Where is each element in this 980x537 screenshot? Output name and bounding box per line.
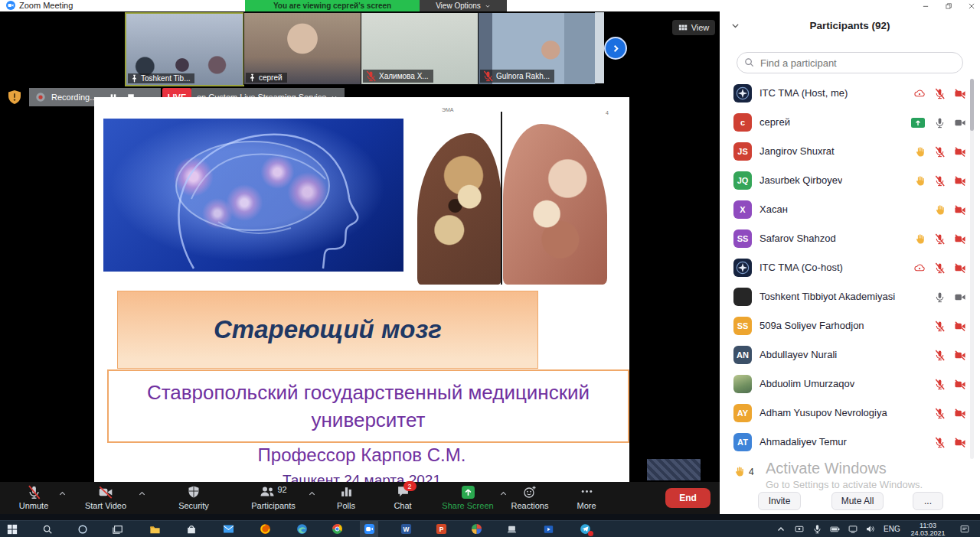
taskbar-word-icon[interactable]: W — [397, 521, 415, 537]
shield-warning-icon — [7, 90, 22, 105]
tray-battery-icon[interactable] — [825, 521, 844, 537]
participant-row[interactable]: ITC TMA (Host, me) — [720, 79, 980, 108]
mic-muted-icon — [934, 379, 946, 390]
video-tile[interactable]: сергей — [243, 12, 361, 85]
participants-header: Participants (92) — [720, 18, 980, 36]
next-videos-button[interactable] — [604, 37, 627, 60]
video-tile[interactable]: Халимова Х... — [361, 12, 479, 85]
tray-net-icon[interactable] — [844, 521, 862, 537]
participant-row[interactable]: JSJangirov Shuxrat — [720, 137, 980, 166]
taskbar-tb-search-icon[interactable] — [38, 521, 57, 537]
participant-status-icons — [934, 399, 966, 428]
participant-row[interactable]: ITC TMA (Co-host) — [720, 253, 980, 282]
taskbar-calculator-icon[interactable] — [502, 521, 521, 537]
taskbar-cortana-icon[interactable] — [74, 521, 92, 537]
participant-row[interactable]: JQJasurbek Qirboyev — [720, 166, 980, 195]
start-video-label: Start Video — [85, 501, 126, 510]
video-muted-icon — [954, 146, 966, 158]
security-button[interactable]: Security — [172, 485, 216, 510]
participant-row[interactable]: cсергей — [720, 108, 980, 137]
video-tile[interactable]: Toshkent Tib... — [125, 12, 244, 86]
restore-icon[interactable] — [945, 2, 952, 10]
reactions-button[interactable]: Reactions — [505, 485, 554, 510]
mic-muted-icon — [934, 88, 946, 99]
mic-muted-icon — [482, 70, 494, 82]
view-button[interactable]: View — [672, 20, 715, 35]
mic-muted-icon — [934, 262, 946, 274]
tray-cam-icon[interactable] — [790, 521, 808, 537]
activate-windows-watermark-sub: Go to Settings to activate Windows. — [766, 479, 923, 490]
view-button-label: View — [691, 23, 710, 32]
raised-hand-icon — [934, 204, 946, 216]
invite-button[interactable]: Invite — [758, 492, 801, 510]
avatar: AT — [733, 433, 752, 451]
taskbar-explorer-icon[interactable] — [145, 521, 164, 537]
tray-chevron-icon[interactable] — [772, 521, 790, 537]
unmute-icon-row — [27, 485, 41, 500]
participant-status-icons — [934, 282, 966, 311]
tray-mic-icon[interactable] — [808, 521, 826, 537]
meeting-toolbar: UnmuteStart VideoSecurity92ParticipantsP… — [0, 482, 720, 514]
notification-center-icon[interactable] — [956, 521, 974, 537]
participant-row[interactable]: AYAdham Yusupov Nevrologiya — [720, 399, 980, 428]
taskbar-edge-icon[interactable] — [292, 521, 311, 537]
participants-button[interactable]: 92Participants — [242, 485, 305, 510]
windows-taskbar: WPENG11:0324.03.2021 — [0, 520, 980, 537]
taskbar-chrome-icon[interactable] — [328, 521, 346, 537]
video-muted-icon — [954, 262, 966, 274]
chevron-down-icon — [485, 3, 491, 9]
participant-row[interactable]: SSSafarov Shahzod — [720, 224, 980, 253]
taskbar-movies-icon[interactable] — [539, 521, 557, 537]
tray-speaker-icon[interactable] — [861, 521, 880, 537]
taskbar-firefox-icon[interactable] — [256, 521, 274, 537]
start-video-button[interactable]: Start Video — [77, 485, 135, 510]
taskbar-clock[interactable]: 11:0324.03.2021 — [906, 522, 949, 537]
mute-all-button[interactable]: Mute All — [831, 492, 884, 510]
taskbar-powerpoint-icon[interactable]: P — [432, 521, 450, 537]
participant-row[interactable]: Abduolim Umurzaqov — [720, 369, 980, 399]
panel-more-button[interactable]: ... — [913, 492, 943, 510]
participant-row[interactable]: Toshkent Tibbiyot Akademiyasi — [720, 282, 980, 311]
panel-scrollbar[interactable] — [970, 79, 974, 459]
taskbar-zoom-app-icon[interactable] — [360, 521, 378, 537]
close-icon[interactable] — [968, 2, 975, 10]
mic-on-icon — [934, 117, 946, 129]
more-button[interactable]: More — [568, 485, 605, 510]
participant-row[interactable]: ANAbdullayev Nurali — [720, 340, 980, 369]
video-muted-icon — [954, 350, 966, 361]
participant-status-icons — [934, 195, 966, 224]
participant-status-icons — [913, 79, 966, 108]
end-meeting-button[interactable]: End — [665, 488, 710, 508]
taskbar-start-icon[interactable] — [3, 521, 21, 537]
minimize-icon[interactable] — [922, 2, 929, 10]
participants-caret-icon[interactable] — [308, 490, 316, 498]
polls-icon-row — [340, 485, 353, 500]
taskbar-mail-icon[interactable] — [219, 521, 237, 537]
participant-row[interactable]: XХасан — [720, 195, 980, 224]
language-indicator[interactable]: ENG — [884, 521, 900, 537]
taskbar-pinwheel-icon[interactable] — [467, 521, 485, 537]
share-screen-label: Share Screen — [442, 501, 493, 510]
partial-video-tile — [595, 12, 604, 83]
taskbar-store-icon[interactable] — [182, 521, 201, 537]
recording-label: Recording... — [51, 93, 96, 102]
scrollbar-thumb[interactable] — [970, 79, 974, 131]
participant-video-name: Gulnora Rakh... — [496, 72, 550, 80]
taskbar-telegram-icon[interactable] — [576, 521, 594, 537]
screen-share-icon — [910, 117, 926, 129]
security-warning-chip[interactable] — [0, 86, 29, 107]
participant-name: Adham Yusupov Nevrologiya — [760, 399, 887, 428]
unmute-caret-icon[interactable] — [58, 490, 67, 498]
video-tile[interactable]: Gulnora Rakh... — [478, 12, 596, 85]
search-input[interactable] — [737, 52, 963, 73]
participant-row[interactable]: SS509a Soliyev Farhodjon — [720, 311, 980, 340]
avatar: X — [733, 200, 752, 219]
start-video-caret-icon[interactable] — [138, 490, 146, 498]
polls-button[interactable]: Polls — [329, 485, 363, 510]
view-options-button[interactable]: View Options — [420, 0, 507, 11]
share-screen-button[interactable]: Share Screen — [432, 485, 504, 510]
participant-row[interactable]: ATAhmadaliyev Temur — [720, 428, 980, 457]
unmute-button[interactable]: Unmute — [11, 485, 57, 510]
chat-button[interactable]: 2Chat — [386, 485, 420, 510]
taskbar-taskview-icon[interactable] — [109, 521, 127, 537]
